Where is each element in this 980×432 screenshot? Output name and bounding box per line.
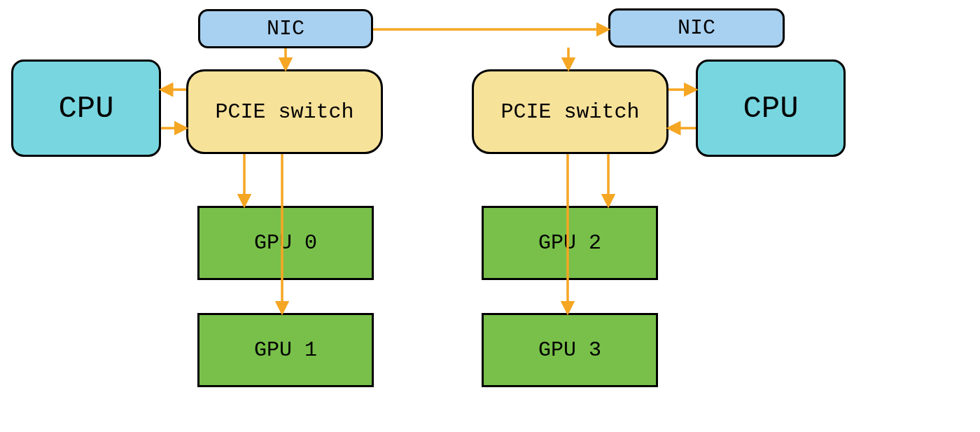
pcie-left-label: PCIE switch — [215, 100, 354, 124]
nic-right-box: NIC — [608, 8, 785, 48]
gpu2-label: GPU 2 — [538, 231, 601, 255]
cpu-right-label: CPU — [743, 91, 798, 126]
nic-left-box: NIC — [198, 9, 373, 48]
gpu0-label: GPU 0 — [254, 231, 317, 255]
nic-right-label: NIC — [678, 16, 715, 40]
gpu3-box: GPU 3 — [482, 313, 658, 387]
pcie-left-box: PCIE switch — [186, 69, 383, 154]
gpu0-box: GPU 0 — [197, 206, 374, 280]
cpu-left-box: CPU — [11, 60, 161, 157]
cpu-left-label: CPU — [58, 91, 113, 126]
gpu2-box: GPU 2 — [482, 206, 658, 280]
pcie-right-box: PCIE switch — [472, 69, 668, 154]
gpu3-label: GPU 3 — [538, 338, 601, 362]
nic-left-label: NIC — [267, 17, 304, 41]
gpu1-label: GPU 1 — [254, 338, 317, 362]
gpu1-box: GPU 1 — [197, 313, 374, 387]
pcie-right-label: PCIE switch — [500, 100, 639, 124]
cpu-right-box: CPU — [696, 60, 846, 157]
